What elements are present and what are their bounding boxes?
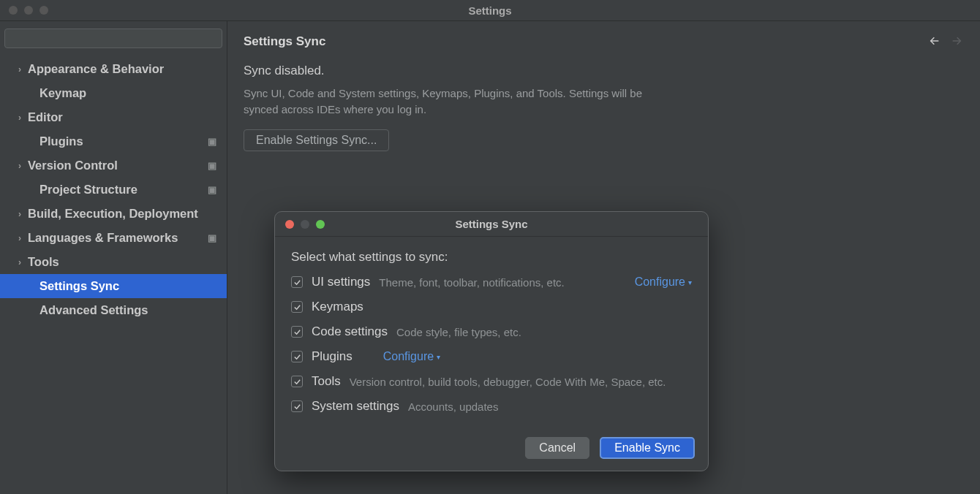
chevron-right-icon: › — [15, 233, 25, 243]
checkbox-code-settings[interactable] — [291, 326, 303, 338]
option-label: Plugins — [312, 349, 353, 364]
chevron-right-icon: › — [15, 161, 25, 171]
settings-tree: › Appearance & Behavior Keymap › Editor … — [0, 54, 227, 322]
settings-sync-dialog: Settings Sync Select what settings to sy… — [274, 211, 709, 471]
checkbox-plugins[interactable] — [291, 351, 303, 362]
sidebar-item-keymap[interactable]: Keymap — [0, 81, 227, 105]
option-label: UI settings — [312, 275, 370, 289]
sidebar-item-label: Advanced Settings — [39, 303, 148, 317]
option-hint: Theme, font, toolbar, notifications, etc… — [379, 276, 564, 289]
page-title: Settings Sync — [244, 34, 325, 49]
sync-status-text: Sync disabled. — [244, 64, 964, 78]
history-back-button[interactable] — [927, 35, 942, 49]
sidebar-item-advanced-settings[interactable]: Advanced Settings — [0, 298, 227, 322]
option-row-tools: Tools Version control, build tools, debu… — [291, 374, 692, 389]
sidebar-item-languages-frameworks[interactable]: › Languages & Frameworks ▣ — [0, 226, 227, 250]
chevron-right-icon: › — [15, 257, 25, 267]
checkbox-tools[interactable] — [291, 376, 303, 387]
project-scope-icon: ▣ — [208, 160, 216, 171]
sidebar-item-label: Plugins — [39, 134, 83, 148]
option-hint: Version control, build tools, debugger, … — [350, 376, 666, 388]
dialog-zoom-button[interactable] — [316, 220, 325, 229]
dialog-title: Settings Sync — [455, 218, 527, 230]
option-hint: Code style, file types, etc. — [396, 326, 521, 338]
dialog-titlebar: Settings Sync — [275, 212, 708, 237]
option-row-plugins: Plugins Configure ▾ — [291, 349, 692, 364]
sidebar-item-build-execution-deployment[interactable]: › Build, Execution, Deployment — [0, 202, 227, 226]
window-title: Settings — [468, 4, 511, 17]
option-label: Keymaps — [312, 300, 363, 314]
sidebar-item-version-control[interactable]: › Version Control ▣ — [0, 153, 227, 178]
option-hint: Accounts, updates — [408, 400, 498, 413]
sidebar-item-project-structure[interactable]: Project Structure ▣ — [0, 178, 227, 202]
checkbox-system-settings[interactable] — [291, 400, 303, 412]
sidebar-item-tools[interactable]: › Tools — [0, 250, 227, 274]
dialog-minimize-button — [301, 220, 309, 229]
sidebar-item-label: Project Structure — [39, 183, 137, 197]
settings-search-input[interactable] — [4, 28, 222, 48]
chevron-down-icon: ▾ — [437, 353, 440, 361]
sidebar-item-label: Version Control — [28, 159, 118, 172]
sidebar-item-label: Appearance & Behavior — [28, 62, 164, 76]
settings-sidebar: › Appearance & Behavior Keymap › Editor … — [0, 21, 227, 494]
chevron-right-icon: › — [15, 209, 25, 219]
sidebar-item-label: Settings Sync — [39, 279, 119, 293]
chevron-right-icon: › — [15, 64, 25, 75]
sync-description-text: Sync UI, Code and System settings, Keyma… — [244, 86, 668, 118]
sidebar-item-appearance-behavior[interactable]: › Appearance & Behavior — [0, 57, 227, 81]
project-scope-icon: ▣ — [208, 232, 216, 243]
chevron-right-icon: › — [15, 113, 25, 123]
option-row-system-settings: System settings Accounts, updates — [291, 399, 692, 414]
option-label: Code settings — [312, 324, 388, 339]
option-label: System settings — [312, 399, 399, 414]
checkbox-ui-settings[interactable] — [291, 276, 303, 288]
window-titlebar: Settings — [0, 0, 980, 20]
sidebar-item-settings-sync[interactable]: Settings Sync — [0, 274, 227, 298]
window-close-button[interactable] — [9, 6, 18, 15]
project-scope-icon: ▣ — [208, 136, 216, 147]
sidebar-item-label: Keymap — [39, 86, 86, 100]
history-forward-button — [949, 35, 964, 49]
configure-ui-settings-link[interactable]: Configure ▾ — [635, 276, 692, 289]
sidebar-item-label: Editor — [28, 110, 63, 124]
sidebar-item-plugins[interactable]: Plugins ▣ — [0, 129, 227, 153]
enable-sync-button[interactable]: Enable Sync — [600, 437, 695, 459]
option-row-keymaps: Keymaps — [291, 300, 692, 314]
chevron-down-icon: ▾ — [688, 278, 692, 286]
window-controls — [0, 6, 48, 15]
dialog-close-button[interactable] — [285, 220, 294, 229]
sidebar-item-label: Languages & Frameworks — [28, 231, 178, 245]
sidebar-item-editor[interactable]: › Editor — [0, 105, 227, 129]
option-row-code-settings: Code settings Code style, file types, et… — [291, 324, 692, 339]
option-row-ui-settings: UI settings Theme, font, toolbar, notifi… — [291, 275, 692, 289]
sidebar-item-label: Build, Execution, Deployment — [28, 207, 198, 221]
enable-settings-sync-button[interactable]: Enable Settings Sync... — [244, 129, 389, 151]
option-label: Tools — [312, 374, 341, 389]
checkbox-keymaps[interactable] — [291, 301, 303, 313]
window-minimize-button[interactable] — [24, 6, 33, 15]
project-scope-icon: ▣ — [208, 184, 216, 195]
window-zoom-button[interactable] — [39, 6, 48, 15]
sidebar-item-label: Tools — [28, 255, 59, 269]
cancel-button[interactable]: Cancel — [525, 437, 589, 459]
configure-plugins-link[interactable]: Configure ▾ — [383, 350, 440, 363]
dialog-heading: Select what settings to sync: — [291, 250, 692, 265]
